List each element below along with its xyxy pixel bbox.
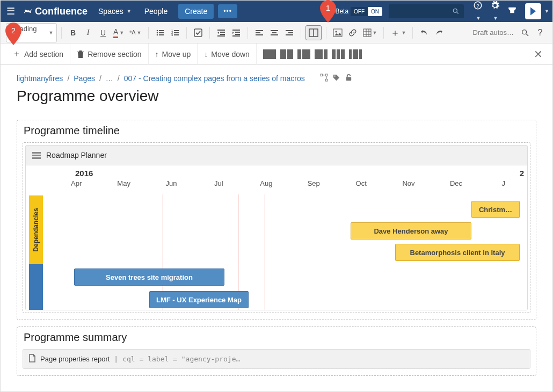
layout-three-sidebars[interactable] [349,49,362,59]
svg-rect-33 [286,34,293,35]
roadmap-bar[interactable]: Christm… [471,201,520,218]
toggle-off[interactable]: OFF [351,7,368,16]
layout-two-right[interactable] [315,49,328,59]
task-list-button[interactable] [191,25,205,40]
insert-more-button[interactable]: ＋▼ [388,25,408,40]
remove-section-button[interactable]: Remove section [70,43,148,65]
paragraph-style-select[interactable]: Heading 2▼ [6,23,57,42]
undo-button[interactable] [417,25,431,40]
toggle-on[interactable]: ON [368,7,382,16]
marker-line [265,194,265,310]
search-input[interactable] [389,4,464,18]
underline-button[interactable]: U [96,25,110,40]
roadmap-icon [32,151,41,159]
svg-rect-25 [256,30,263,31]
roadmap-bar[interactable]: Seven trees site migration [74,268,224,286]
text-color-button[interactable]: A▼ [111,25,126,40]
layout-single[interactable] [263,49,276,59]
breadcrumb-page[interactable]: 007 - Creating complex pages from a seri… [124,74,305,83]
svg-point-8 [156,34,158,35]
layout-two-left[interactable] [297,49,310,59]
settings-icon[interactable]: ▼ [487,1,503,22]
summary-panel[interactable]: Programme summary Page properties report… [17,326,536,376]
svg-rect-9 [159,34,164,35]
svg-rect-22 [235,32,240,33]
bullet-list-button[interactable] [153,25,167,40]
italic-button[interactable]: I [81,25,95,40]
svg-rect-24 [232,35,240,37]
more-formatting-button[interactable]: ᵃA▼ [127,25,143,40]
insert-link-button[interactable] [346,25,360,40]
app-switcher[interactable] [525,3,541,19]
confluence-logo[interactable]: Confluence [20,6,91,17]
numbered-list-button[interactable]: 123 [168,25,182,40]
panel-heading-timeline[interactable]: Programme timeline [24,125,530,137]
month-label: Jun [148,179,195,187]
breadcrumb-ellipsis[interactable]: … [106,74,113,83]
align-center-button[interactable] [267,25,281,40]
nav-spaces[interactable]: Spaces▼ [93,1,137,22]
svg-rect-11 [174,30,179,31]
svg-rect-29 [272,32,276,33]
roadmap-bar[interactable]: Betamorphosis client in Italy [395,244,520,261]
roadmap-bar[interactable]: Dave Henderson away [351,222,471,239]
page-layout-button[interactable] [305,25,322,40]
svg-rect-15 [174,34,179,35]
svg-rect-28 [271,30,278,31]
roadmap-bar[interactable]: LMF - UX Experience Map [149,291,249,308]
confluence-icon [23,6,33,16]
find-replace-button[interactable] [518,25,532,40]
layout-two-equal[interactable] [280,49,293,59]
create-button[interactable]: Create [178,4,214,19]
month-label: Nov [385,179,432,187]
roadmap-macro[interactable]: Roadmap Planner 2016 2 AprMayJunJulAugSe… [25,145,528,310]
svg-rect-26 [256,32,260,33]
close-layout-button[interactable]: ✕ [529,48,547,61]
move-up-button[interactable]: ↑Move up [149,43,198,65]
outdent-button[interactable] [214,25,228,40]
align-left-button[interactable] [252,25,266,40]
svg-point-0 [453,9,457,12]
svg-rect-52 [32,157,41,159]
help-icon[interactable]: ? ▼ [470,1,485,22]
align-right-button[interactable] [282,25,296,40]
move-down-button[interactable]: ↓Move down [198,43,257,65]
page-properties-macro[interactable]: Page properties report | cql = label = "… [23,349,530,369]
bold-button[interactable]: B [66,25,80,40]
page-properties-icon [28,354,36,364]
breadcrumb-space[interactable]: lightmanyfires [17,74,63,83]
breadcrumb-pages[interactable]: Pages [74,74,95,83]
macro-title: Roadmap Planner [46,151,107,159]
svg-rect-31 [286,30,293,31]
redo-button[interactable] [432,25,446,40]
page-title[interactable]: Programme overview [17,88,536,105]
brand-text: Confluence [35,6,88,17]
page-tree-icon[interactable] [320,74,328,83]
help-button[interactable]: ? [533,25,547,40]
restrictions-icon[interactable] [345,74,353,83]
svg-point-48 [334,76,335,77]
more-button[interactable]: ••• [218,4,237,18]
svg-rect-7 [159,32,164,33]
inbox-icon[interactable] [505,5,520,17]
insert-table-button[interactable]: ▼ [361,25,380,40]
beta-toggle[interactable]: Beta OFF ON [335,7,382,16]
nav-people[interactable]: People [139,1,173,22]
svg-rect-23 [235,34,240,35]
month-label: J [480,179,527,187]
panel-heading-summary[interactable]: Programme summary [24,331,530,344]
add-section-button[interactable]: ＋Add section [6,43,70,65]
svg-rect-21 [232,30,240,31]
indent-button[interactable] [229,25,243,40]
svg-rect-27 [256,34,263,35]
swimlane-dependancies: Dependancies [29,195,43,264]
insert-image-button[interactable] [331,25,345,40]
layout-three-equal[interactable] [332,49,345,59]
timeline-panel[interactable]: Programme timeline Roadmap Planner 2016 … [17,120,536,320]
month-label: Oct [337,179,384,187]
menu-icon[interactable]: ☰ [4,5,18,17]
svg-rect-13 [174,32,179,33]
next-year-label: 2 [520,169,524,178]
month-label: Apr [53,179,100,187]
labels-icon[interactable] [332,74,340,83]
